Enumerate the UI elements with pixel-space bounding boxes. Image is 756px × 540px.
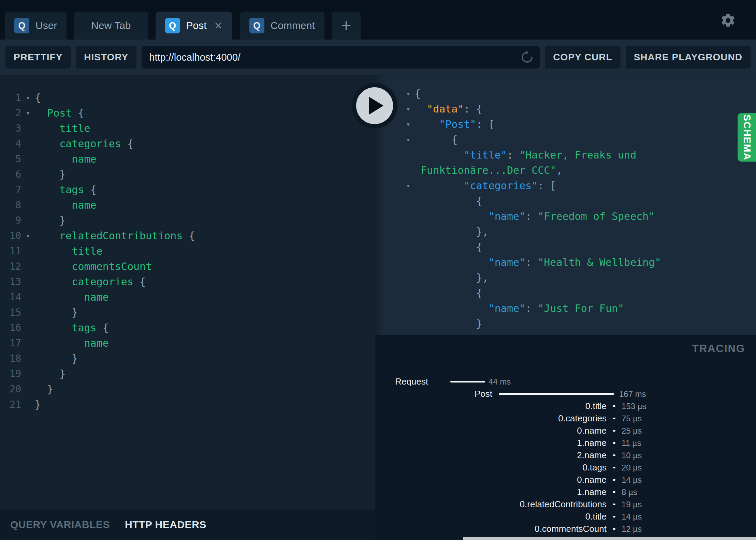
response-code-line: ▾ "categories": [ (375, 178, 756, 193)
line-number: 5 (0, 151, 21, 167)
code-token: { (183, 230, 195, 242)
code-text: name (35, 289, 109, 305)
fold-arrow-icon[interactable]: ▾ (21, 228, 35, 243)
settings-gear-icon[interactable] (720, 12, 736, 29)
code-text: } (35, 213, 66, 228)
response-code-line: ▾ "Post": [ (375, 117, 756, 132)
code-token: "data" (415, 103, 464, 115)
query-variables-tab[interactable]: QUERY VARIABLES (10, 519, 110, 530)
code-token: "Health & Wellbeing" (538, 256, 661, 268)
fold-gutter (21, 320, 35, 335)
trace-row: 0.tags20 µs (375, 462, 756, 474)
code-token: { (72, 107, 84, 119)
line-number: 21 (0, 397, 21, 412)
graphql-playground-window: QUserNew TabQPost✕QComment + PRETTIFY HI… (0, 0, 756, 540)
http-headers-tab[interactable]: HTTP HEADERS (125, 519, 206, 530)
line-number: 1 (0, 90, 21, 105)
tab-comment[interactable]: QComment (240, 12, 324, 40)
fold-arrow-icon[interactable]: ▾ (21, 90, 35, 105)
endpoint-url-input[interactable] (149, 52, 516, 63)
trace-time: 25 µs (622, 426, 642, 436)
query-badge: Q (165, 18, 180, 33)
trace-label: Request (375, 376, 428, 387)
query-code-line: 13 categories { (0, 274, 375, 289)
tab-label: New Tab (91, 20, 131, 31)
trace-dot (613, 528, 615, 530)
code-text: categories { (35, 274, 146, 289)
response-code-line: { (375, 285, 756, 301)
code-text: } (415, 316, 482, 331)
code-text: }, (415, 224, 489, 239)
fold-gutter (21, 351, 35, 366)
fold-gutter (21, 213, 35, 228)
code-text: name (35, 197, 97, 213)
code-token: : (525, 302, 538, 314)
code-token: tags (35, 322, 97, 334)
fold-gutter (21, 182, 35, 197)
tab-bar: QUserNew TabQPost✕QComment + (0, 0, 756, 40)
fold-gutter (21, 397, 35, 412)
trace-time: 44 ms (489, 377, 511, 387)
trace-label: 0.name (375, 425, 607, 436)
response-code-line: { (375, 239, 756, 255)
query-code-line: 2▾ Post { (0, 105, 375, 121)
code-text: relatedContributions { (35, 228, 195, 243)
response-code-line: } (375, 316, 756, 331)
copy-curl-button[interactable]: COPY CURL (545, 46, 620, 69)
fold-gutter (21, 259, 35, 274)
trace-row: 2.name10 µs (375, 449, 756, 462)
tracing-horizontal-scrollbar[interactable] (463, 537, 756, 540)
fold-arrow-icon[interactable]: ▾ (21, 105, 35, 121)
code-token: : (525, 256, 538, 268)
reload-endpoint-icon[interactable] (520, 50, 534, 64)
trace-label: 0.name (375, 475, 607, 485)
trace-time: 10 µs (622, 451, 642, 460)
trace-dot (613, 430, 615, 432)
tracing-panel-title[interactable]: TRACING (692, 343, 745, 355)
prettify-button[interactable]: PRETTIFY (5, 46, 71, 69)
tab-label: Post (186, 20, 207, 31)
line-number: 10 (0, 228, 21, 243)
response-code-line: "name": "Health & Wellbeing" (375, 255, 756, 270)
share-playground-button[interactable]: SHARE PLAYGROUND (626, 46, 751, 69)
tab-user[interactable]: QUser (5, 12, 67, 40)
code-token: } (415, 318, 482, 330)
line-number: 12 (0, 259, 21, 274)
code-token: , (556, 164, 562, 176)
tab-post[interactable]: QPost✕ (156, 12, 232, 40)
fold-arrow-icon[interactable]: ▾ (375, 178, 415, 193)
new-tab-button[interactable]: + (332, 12, 361, 40)
query-code-line: 8 name (0, 197, 375, 213)
trace-label: 0.relatedContributions (375, 499, 607, 510)
code-token: { (415, 241, 482, 253)
trace-dot (613, 479, 615, 481)
trace-label: 2.name (375, 450, 607, 461)
close-tab-icon[interactable]: ✕ (214, 20, 223, 32)
query-code-line: 11 title (0, 243, 375, 259)
code-token: categories (35, 276, 133, 288)
execute-query-button[interactable] (352, 83, 397, 129)
history-button[interactable]: HISTORY (76, 46, 136, 69)
fold-gutter (375, 270, 415, 285)
code-token: commentsCount (35, 260, 152, 272)
code-text: name (35, 335, 109, 351)
code-text: "Post": [ (415, 117, 495, 132)
trace-dot (613, 516, 615, 518)
code-text: "title": "Hacker, Freaks und (415, 147, 636, 163)
query-editor[interactable]: 1▾{2▾ Post {3 title4 categories {5 name6… (0, 75, 375, 509)
code-token: "name" (415, 302, 525, 314)
code-token: "title" (415, 149, 507, 161)
code-text: "name": "Just For Fun" (415, 301, 624, 316)
code-token: "Freedom of Speech" (538, 210, 655, 222)
query-code-line: 12 commentsCount (0, 259, 375, 274)
line-number: 8 (0, 197, 21, 213)
toolbar: PRETTIFY HISTORY COPY CURL SHARE PLAYGRO… (0, 40, 756, 75)
tab-new-tab[interactable]: New Tab (74, 12, 148, 40)
line-number: 7 (0, 182, 21, 197)
code-token: Post (35, 107, 72, 119)
fold-arrow-icon[interactable]: ▾ (375, 132, 415, 147)
response-viewer[interactable]: ▾{▾ "data": {▾ "Post": [▾ { "title": "Ha… (375, 75, 756, 335)
tab-label: Comment (271, 20, 315, 31)
trace-label: 1.name (375, 487, 607, 497)
schema-sidetab[interactable]: SCHEMA (738, 113, 756, 162)
